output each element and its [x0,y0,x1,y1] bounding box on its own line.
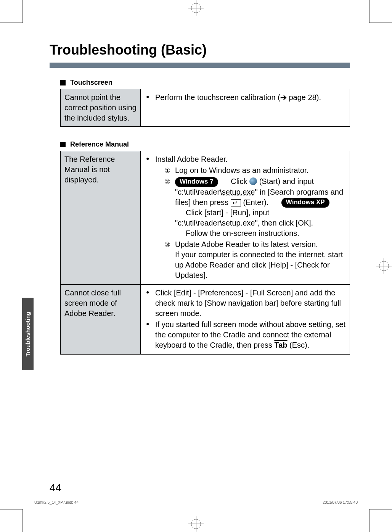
start-orb-icon [249,177,257,185]
list-item: Perform the touchscreen calibration (➔ p… [146,92,346,103]
tab-key: Tab [274,341,287,349]
side-tab-troubleshooting: Troubleshooting [22,298,34,370]
text: Follow the on-screen instructions. [186,229,299,237]
crop-mark [0,509,23,509]
registration-mark [376,266,392,266]
text: Install Adobe Reader. [155,155,228,163]
text: (Esc). [287,341,309,349]
windows-7-pill: Windows 7 [175,177,218,187]
section-heading-reference-manual: Reference Manual [60,140,350,148]
square-bullet-icon [60,142,66,147]
row-content: Click [Edit] - [Preferences] - [Full Scr… [141,285,350,355]
step-3: ③ Update Adobe Reader to its latest vers… [164,239,346,281]
list-item: If you started full screen mode without … [146,319,346,350]
row-label: Cannot close full screen mode of Adobe R… [61,285,141,355]
list-item: Click [Edit] - [Preferences] - [Full Scr… [146,288,346,319]
text: Click [231,177,249,185]
section-heading-label: Reference Manual [70,140,129,148]
crop-mark [22,509,23,532]
row-content: Perform the touchscreen calibration (➔ p… [141,89,350,127]
text: page 28). [287,93,321,102]
title-rule [50,63,350,68]
windows-xp-block: Windows XP [281,198,329,206]
section-heading-label: Touchscreen [70,79,112,87]
crop-mark [369,23,392,23]
step-2: ② Windows 7 Click (Start) and input "c:\… [164,176,346,239]
text: (Enter). [241,198,268,206]
square-bullet-icon [60,80,66,85]
crop-mark [369,0,370,23]
text: If your computer is connected to the int… [175,250,346,281]
windows-xp-pill: Windows XP [281,198,329,208]
row-content: Install Adobe Reader. ①Log on to Windows… [141,151,350,285]
crop-mark [369,509,392,509]
page-body: Troubleshooting (Basic) Touchscreen Cann… [23,23,369,509]
step-number-icon: ② [164,177,170,186]
registration-mark [196,0,196,16]
table-row: The Reference Manual is not displayed. I… [61,151,350,285]
step-1: ①Log on to Windows as an administrator. [164,165,346,176]
crop-mark [0,23,23,23]
touchscreen-table: Cannot point the correct position using … [60,89,350,127]
section-heading-touchscreen: Touchscreen [60,79,350,87]
text: Click [start] - [Run], input "c:\util\re… [175,208,313,227]
text-dotted: setup.exe [222,188,255,196]
page-number: 44 [50,482,61,494]
crop-mark [369,509,370,532]
row-label: Cannot point the correct position using … [61,89,141,127]
arrow-icon: ➔ [280,93,287,102]
footer-left: U1mk2.5_OI_XP7.indb 44 [34,500,79,505]
footer-right: 2011/07/06 17:55:40 [323,500,358,505]
step-number-icon: ① [164,166,170,175]
registration-mark [384,258,384,274]
row-label: The Reference Manual is not displayed. [61,151,141,285]
table-row: Cannot point the correct position using … [61,89,350,127]
enter-key-icon: ↵ [231,199,241,207]
registration-mark [196,516,196,532]
text: Perform the touchscreen calibration ( [155,93,280,102]
text: If you started full screen mode without … [155,320,345,349]
crop-mark [22,0,23,23]
side-tab-label: Troubleshooting [25,311,31,356]
text: Update Adobe Reader to its latest versio… [175,240,318,248]
text: Log on to Windows as an administrator. [175,166,308,174]
list-item: Install Adobe Reader. ①Log on to Windows… [146,154,346,281]
print-footer: U1mk2.5_OI_XP7.indb 44 2011/07/06 17:55:… [34,500,369,505]
reference-manual-table: The Reference Manual is not displayed. I… [60,151,350,355]
page-title: Troubleshooting (Basic) [50,42,350,58]
table-row: Cannot close full screen mode of Adobe R… [61,285,350,355]
step-number-icon: ③ [164,240,170,249]
